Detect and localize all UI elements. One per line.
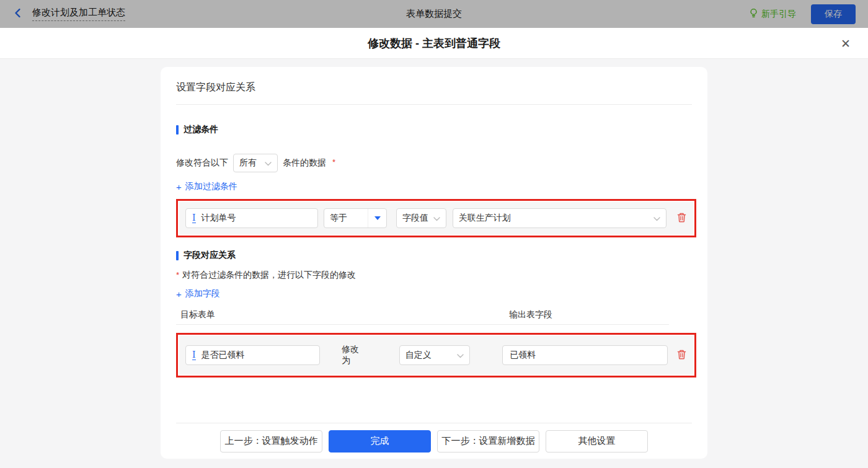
trash-icon bbox=[676, 212, 687, 225]
filter-value: 关联生产计划 bbox=[459, 213, 511, 224]
target-field-input[interactable]: I 是否已领料 bbox=[185, 345, 320, 365]
value-type-select[interactable]: 字段值 bbox=[396, 208, 446, 228]
dialog-title: 修改数据 - 主表到普通字段 bbox=[368, 36, 500, 51]
plus-icon: + bbox=[176, 182, 182, 192]
modify-to-label: 修改为 bbox=[342, 344, 368, 366]
chevron-down-icon bbox=[653, 213, 660, 223]
add-filter-condition-link[interactable]: + 添加过滤条件 bbox=[176, 181, 237, 192]
value-source-value: 自定义 bbox=[405, 350, 432, 361]
field-mapping-row: I 是否已领料 修改为 自定义 已领料 bbox=[179, 336, 693, 374]
filter-field-input[interactable]: I 计划单号 bbox=[185, 208, 318, 228]
chevron-down-icon bbox=[433, 213, 440, 223]
mapping-column-headers: 目标表单 输出表字段 bbox=[176, 309, 692, 320]
required-mark: * bbox=[176, 270, 179, 280]
add-filter-condition-label: 添加过滤条件 bbox=[185, 181, 237, 192]
chevron-down-icon bbox=[265, 158, 272, 168]
trash-icon bbox=[676, 349, 687, 362]
dialog-body: 设置字段对应关系 过滤条件 修改符合以下 所有 条件的数据 * + 添加过滤条件 bbox=[0, 67, 868, 468]
operator-select[interactable]: 等于 bbox=[324, 208, 387, 228]
mapping-section-title: 字段对应关系 bbox=[176, 250, 692, 261]
section-marker bbox=[176, 251, 179, 260]
chevron-left-icon bbox=[12, 7, 24, 21]
mapping-description-line: * 对符合过滤条件的数据，进行以下字段的修改 bbox=[176, 270, 692, 281]
match-mode-select[interactable]: 所有 bbox=[233, 154, 278, 172]
text-field-icon: I bbox=[192, 213, 196, 223]
next-step-button[interactable]: 下一步：设置新增数据 bbox=[437, 430, 539, 453]
topbar: 修改计划及加工单状态 表单数据提交 新手引导 保存 bbox=[0, 0, 868, 28]
back-button[interactable] bbox=[12, 7, 24, 21]
beginner-guide-label: 新手引导 bbox=[761, 9, 796, 20]
condition-prefix: 修改符合以下 bbox=[176, 157, 228, 169]
filter-condition-line: 修改符合以下 所有 条件的数据 * bbox=[176, 154, 692, 172]
flow-title[interactable]: 修改计划及加工单状态 bbox=[32, 7, 125, 21]
operator-value: 等于 bbox=[330, 213, 347, 224]
add-field-label: 添加字段 bbox=[185, 288, 220, 299]
filter-field-value: 计划单号 bbox=[202, 213, 236, 224]
filter-section-label: 过滤条件 bbox=[184, 124, 218, 135]
custom-value: 已领料 bbox=[510, 350, 536, 361]
card-footer: 上一步：设置触发动作 完成 下一步：设置新增数据 其他设置 bbox=[176, 423, 692, 459]
beginner-guide-link[interactable]: 新手引导 bbox=[749, 8, 796, 20]
delete-filter-row-button[interactable] bbox=[676, 212, 687, 225]
prev-step-button[interactable]: 上一步：设置触发动作 bbox=[220, 430, 322, 453]
save-button[interactable]: 保存 bbox=[811, 4, 856, 24]
mapping-section-label: 字段对应关系 bbox=[184, 250, 236, 261]
target-field-value: 是否已领料 bbox=[202, 350, 245, 361]
add-field-link[interactable]: + 添加字段 bbox=[176, 288, 220, 299]
value-source-select[interactable]: 自定义 bbox=[399, 345, 471, 365]
filter-section-title: 过滤条件 bbox=[176, 124, 692, 135]
delete-mapping-row-button[interactable] bbox=[676, 349, 687, 362]
match-mode-value: 所有 bbox=[239, 157, 257, 169]
settings-card: 设置字段对应关系 过滤条件 修改符合以下 所有 条件的数据 * + 添加过滤条件 bbox=[161, 67, 707, 459]
filter-row-highlight: I 计划单号 等于 字段值 关联生产计划 bbox=[176, 199, 696, 237]
close-icon[interactable]: ✕ bbox=[841, 37, 851, 49]
done-button[interactable]: 完成 bbox=[329, 430, 431, 453]
lightbulb-icon bbox=[749, 8, 758, 20]
dialog-header: 修改数据 - 主表到普通字段 ✕ bbox=[0, 28, 868, 59]
card-header: 设置字段对应关系 bbox=[176, 67, 692, 105]
other-settings-button[interactable]: 其他设置 bbox=[546, 430, 648, 453]
condition-suffix: 条件的数据 bbox=[283, 157, 326, 169]
filter-value-select[interactable]: 关联生产计划 bbox=[453, 208, 666, 228]
mapping-description: 对符合过滤条件的数据，进行以下字段的修改 bbox=[182, 270, 356, 281]
chevron-down-icon bbox=[457, 350, 464, 360]
mapping-row-highlight: I 是否已领料 修改为 自定义 已领料 bbox=[176, 333, 696, 377]
section-marker bbox=[176, 125, 179, 135]
text-field-icon: I bbox=[192, 350, 196, 360]
filter-condition-row: I 计划单号 等于 字段值 关联生产计划 bbox=[179, 202, 693, 234]
caret-down-icon bbox=[368, 209, 386, 227]
node-title: 表单数据提交 bbox=[406, 8, 462, 20]
target-form-column-label: 目标表单 bbox=[180, 309, 215, 319]
plus-icon: + bbox=[176, 289, 182, 299]
required-mark: * bbox=[332, 157, 335, 167]
custom-value-input[interactable]: 已领料 bbox=[502, 345, 668, 365]
column-divider bbox=[176, 324, 669, 325]
output-field-column-label: 输出表字段 bbox=[509, 309, 552, 320]
value-type-value: 字段值 bbox=[402, 213, 428, 224]
